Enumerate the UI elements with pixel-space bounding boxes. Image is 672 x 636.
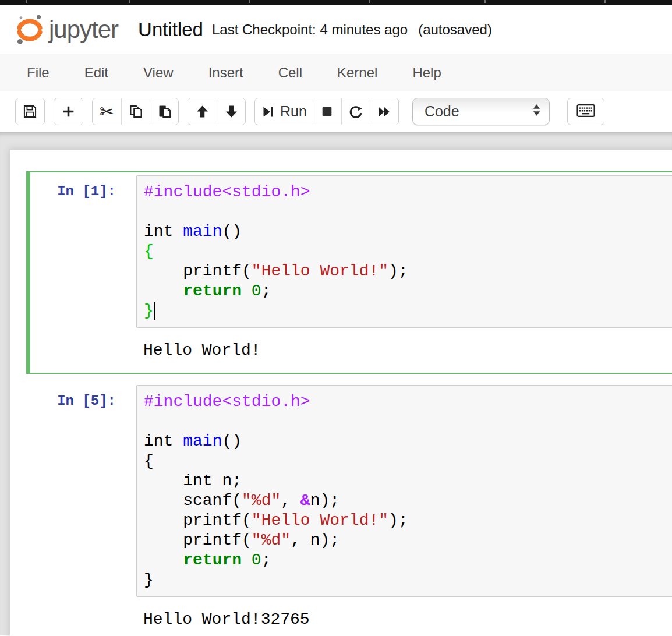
notebook-header: jupyter Untitled Last Checkpoint: 4 minu… xyxy=(0,5,672,54)
tab-separator xyxy=(604,0,606,3)
browser-tab-strip xyxy=(0,0,672,5)
cut-cell-button[interactable]: ✂ xyxy=(93,98,121,125)
checkpoint-status: Last Checkpoint: 4 minutes ago xyxy=(212,22,408,38)
restart-run-all-button[interactable] xyxy=(370,98,398,125)
add-cell-button[interactable] xyxy=(54,98,83,125)
tab-separator xyxy=(129,0,130,3)
command-palette-button[interactable] xyxy=(567,98,604,125)
menu-bar: File Edit View Insert Cell Kernel Help xyxy=(0,54,672,91)
tab-separator xyxy=(369,0,370,3)
save-icon xyxy=(22,104,38,119)
restart-kernel-button[interactable] xyxy=(341,98,370,125)
cut-icon: ✂ xyxy=(100,103,114,121)
move-up-icon xyxy=(195,104,210,119)
input-prompt: In [1]: xyxy=(30,175,136,328)
tab-separator xyxy=(484,0,486,3)
select-arrows-icon xyxy=(532,103,541,121)
copy-cell-button[interactable] xyxy=(121,98,150,125)
cell-type-select[interactable]: Code xyxy=(412,98,550,125)
cell-type-value: Code xyxy=(425,103,459,120)
run-icon xyxy=(261,105,275,119)
code-editor[interactable]: #include<stdio.h> int main(){ int n; sca… xyxy=(136,385,672,597)
toolbar: ✂ xyxy=(0,91,672,132)
run-group: Run xyxy=(254,98,399,125)
cell-output-area: Hello World! xyxy=(30,341,672,370)
jupyter-logo-icon xyxy=(15,14,44,45)
jupyter-logo[interactable]: jupyter xyxy=(15,14,118,45)
clipboard-group: ✂ xyxy=(92,98,179,125)
move-down-icon xyxy=(224,104,239,119)
menu-cell[interactable]: Cell xyxy=(261,54,320,91)
tab-separator xyxy=(26,0,27,3)
menu-file[interactable]: File xyxy=(9,54,67,91)
menu-help[interactable]: Help xyxy=(395,54,458,91)
run-button[interactable]: Run xyxy=(255,98,313,125)
interrupt-kernel-button[interactable] xyxy=(313,98,341,125)
run-button-label: Run xyxy=(280,103,307,120)
code-editor[interactable]: #include<stdio.h> int main(){ printf("He… xyxy=(136,175,672,328)
menu-view[interactable]: View xyxy=(126,54,191,91)
tab-separator xyxy=(249,0,250,3)
insert-group xyxy=(54,98,83,125)
move-cell-down-button[interactable] xyxy=(217,98,245,125)
cell-input-area: In [1]: #include<stdio.h> int main(){ pr… xyxy=(30,175,672,328)
copy-icon xyxy=(128,104,144,119)
cell-output: Hello World! xyxy=(136,341,261,361)
code-cell-2[interactable]: In [5]: #include<stdio.h> int main(){ in… xyxy=(26,381,672,636)
output-prompt-spacer xyxy=(30,341,136,361)
autosave-status: (autosaved) xyxy=(418,22,492,38)
keyboard-icon xyxy=(576,103,595,120)
menu-insert[interactable]: Insert xyxy=(191,54,261,91)
move-cell-up-button[interactable] xyxy=(188,98,217,125)
menu-edit[interactable]: Edit xyxy=(67,54,126,91)
cell-input-area: In [5]: #include<stdio.h> int main(){ in… xyxy=(30,385,672,597)
save-button[interactable] xyxy=(16,98,44,125)
save-group xyxy=(15,98,45,125)
output-prompt-spacer xyxy=(30,610,136,630)
menu-kernel[interactable]: Kernel xyxy=(320,54,395,91)
cell-output: Hello World!32765 xyxy=(136,610,310,630)
notebook-panel: In [1]: #include<stdio.h> int main(){ pr… xyxy=(0,132,672,635)
restart-kernel-icon xyxy=(348,104,363,119)
stop-icon xyxy=(320,104,334,119)
paste-cell-button[interactable] xyxy=(150,98,178,125)
paste-icon xyxy=(157,104,172,119)
restart-run-all-icon xyxy=(377,104,392,119)
notebook-title[interactable]: Untitled xyxy=(138,19,203,41)
move-group xyxy=(188,98,246,125)
cell-output-area: Hello World!32765 xyxy=(30,610,672,636)
code-cell-1[interactable]: In [1]: #include<stdio.h> int main(){ pr… xyxy=(26,171,672,374)
notebook-container: In [1]: #include<stdio.h> int main(){ pr… xyxy=(10,150,672,636)
jupyter-logo-text: jupyter xyxy=(49,16,118,44)
input-prompt: In [5]: xyxy=(30,385,136,597)
add-cell-icon xyxy=(61,104,76,119)
